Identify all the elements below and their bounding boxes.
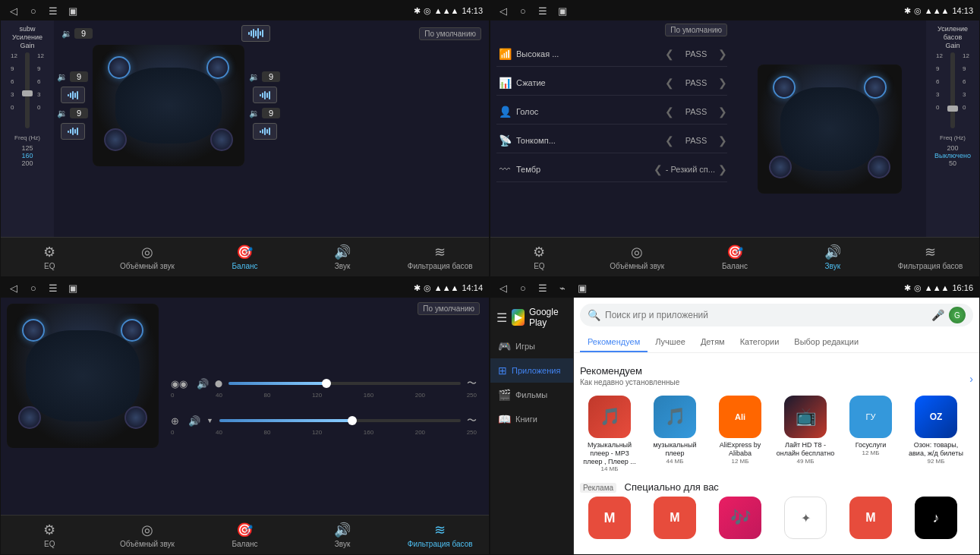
voice-left[interactable]: ❮ [665,106,674,118]
nav-sound-q1[interactable]: 🔊 Звук [294,238,392,276]
slider-1-track[interactable] [228,382,461,385]
compression-right[interactable]: ❯ [718,77,727,89]
setting-compression[interactable]: 📊 Сжатие ❮ PASS ❯ [496,70,727,96]
home-icon-q3[interactable]: ○ [27,281,40,295]
setting-timbre[interactable]: 〰 Тембр ❮ - Резкий сп... ❯ [496,156,727,182]
mic-icon[interactable]: 🎤 [931,309,944,321]
rec-app-flitch[interactable]: ✦ [776,497,835,542]
nav-balance-q1[interactable]: 🎯 Баланс [196,238,294,276]
back-icon[interactable]: ◁ [7,4,20,17]
tab-categories[interactable]: Категории [733,333,787,352]
slider-1-thumb[interactable] [322,379,331,388]
more-arrow[interactable]: › [969,373,973,385]
rec-app-metro[interactable]: М [580,497,639,542]
back-icon-q4[interactable]: ◁ [496,281,510,295]
nav-surround-q3[interactable]: ◎ Объёмный звук [99,516,197,554]
gp-menu-books[interactable]: 📖 Книги [490,407,573,431]
menu-icon-q3[interactable]: ☰ [46,281,60,295]
freq-125[interactable]: 125 [21,144,33,152]
eq-slider-thumb[interactable] [22,90,33,96]
nav-sound-q2[interactable]: 🔊 Звук [783,238,881,276]
nav-balance-q3[interactable]: 🎯 Баланс [196,516,294,554]
voice-right[interactable]: ❯ [718,106,727,118]
app-music-blue[interactable]: 🎵 музыкальный плеер 44 МБ [645,396,704,472]
vol-num-rb[interactable]: 9 [262,108,280,118]
avatar[interactable]: G [949,307,966,323]
gp-search-bar[interactable]: 🔍 🎤 G [580,304,973,326]
high-freq-right[interactable]: ❯ [718,48,727,60]
nav-bass-q2[interactable]: ≋ Фильтрация басов [881,238,979,276]
tab-editors[interactable]: Выбор редакции [786,333,866,352]
car-interior-q3[interactable] [7,304,159,448]
nav-eq-q2[interactable]: ⚙ EQ [490,238,588,276]
wave-btn-rt[interactable] [253,87,277,103]
setting-loudness[interactable]: 📡 Тонкомп... ❮ PASS ❯ [496,128,727,153]
nav-surround-q1[interactable]: ◎ Объёмный звук [99,238,197,276]
nav-bass-q1[interactable]: ≋ Фильтрация басов [391,238,489,276]
tab-best[interactable]: Лучшее [648,333,693,352]
home-icon-q4[interactable]: ○ [516,281,530,295]
vol-num-lb[interactable]: 9 [70,108,88,118]
car-interior-q2[interactable] [758,65,902,194]
default-btn-q2[interactable]: По умолчанию [665,24,727,36]
rec-app-mvideo[interactable]: М [645,497,704,542]
timbre-left[interactable]: ❮ [654,163,663,175]
wave-btn-rb[interactable] [253,123,277,140]
vol-num-top[interactable]: 9 [74,28,93,39]
car-interior-q1[interactable] [93,45,244,166]
nav-eq-q1[interactable]: ⚙ EQ [1,238,99,276]
hamburger-icon[interactable]: ☰ [496,311,507,324]
cast-icon-q3[interactable]: ▣ [66,281,80,295]
compression-left[interactable]: ❮ [665,77,674,89]
vol-num-lt[interactable]: 9 [70,71,88,82]
back-icon-q2[interactable]: ◁ [496,4,510,17]
gp-menu-movies[interactable]: 🎬 Фильмы [490,383,573,407]
cast-icon[interactable]: ▣ [66,4,80,17]
back-icon-q3[interactable]: ◁ [7,281,20,295]
freq-50-q2[interactable]: 50 [934,159,971,167]
eq-thumb-q2[interactable] [947,106,958,112]
setting-voice[interactable]: 👤 Голос ❮ PASS ❯ [496,99,727,125]
app-ivi[interactable]: 📺 Лайт HD T8 - онлайн бесплатно 49 МБ [776,396,835,472]
cast-icon-q4[interactable]: ▣ [575,281,589,295]
rec-app-music2[interactable]: 🎶 [711,497,770,542]
freq-200[interactable]: 200 [21,159,33,167]
tab-recommended[interactable]: Рекомендуем [580,333,648,352]
search-input[interactable] [605,310,927,320]
nav-eq-q3[interactable]: ⚙ EQ [1,516,99,554]
wave-btn-lt[interactable] [61,87,85,103]
wave-btn[interactable] [241,25,270,42]
tab-kids[interactable]: Детям [693,333,733,352]
loudness-left[interactable]: ❮ [665,134,674,147]
app-ozon[interactable]: OZ Озон: товары, авиа, ж/д билеты 92 МБ [906,396,966,472]
nav-bass-q3[interactable]: ≋ Фильтрация басов [391,516,489,554]
menu-icon[interactable]: ☰ [46,4,60,17]
slider-2-track[interactable] [219,419,461,422]
rec-app-tiktok[interactable]: ♪ [906,497,966,542]
gp-menu-apps[interactable]: ⊞ Приложения [490,358,573,383]
nav-balance-q2[interactable]: 🎯 Баланс [686,238,784,276]
nav-surround-q2[interactable]: ◎ Объёмный звук [588,238,686,276]
home-icon-q2[interactable]: ○ [516,4,530,17]
freq-200-q2[interactable]: 200 [934,144,971,152]
freq-active-q2[interactable]: Выключено [934,152,971,159]
home-icon[interactable]: ○ [27,4,40,17]
vol-num-rt[interactable]: 9 [262,71,280,82]
loudness-right[interactable]: ❯ [718,134,727,147]
setting-high-freq[interactable]: 📶 Высокая ... ❮ PASS ❯ [496,41,727,67]
gp-menu-games[interactable]: 🎮 Игры [490,334,573,358]
eq-slider-track[interactable] [25,52,30,128]
menu-icon-q4[interactable]: ☰ [536,281,550,295]
app-music-red[interactable]: 🎵 Музыкальный плеер - MP3 плеер , Плеер … [580,396,639,472]
menu-icon-q2[interactable]: ☰ [536,4,550,17]
nav-sound-q3[interactable]: 🔊 Звук [294,516,392,554]
timbre-right[interactable]: ❯ [718,163,727,175]
rec-app-moto[interactable]: M [841,497,900,542]
high-freq-left[interactable]: ❮ [665,48,674,60]
slider-2-thumb[interactable] [348,416,357,425]
freq-160[interactable]: 160 [21,152,33,159]
eq-track-q2[interactable] [950,52,955,128]
cast-icon-q2[interactable]: ▣ [556,4,569,17]
app-gosuslugi[interactable]: ГУ Госуслуги 12 МБ [841,396,900,472]
wave-btn-lb[interactable] [61,123,85,140]
